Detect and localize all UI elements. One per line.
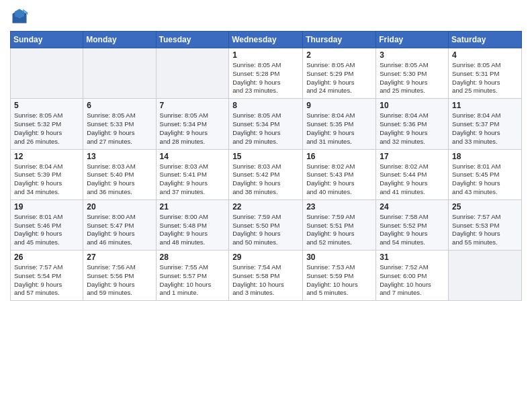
day-number: 13 [87,152,152,161]
day-info: Sunrise: 8:05 AM Sunset: 5:33 PM Dayligh… [87,111,152,146]
day-info: Sunrise: 7:55 AM Sunset: 5:57 PM Dayligh… [160,263,226,298]
day-info: Sunrise: 8:04 AM Sunset: 5:39 PM Dayligh… [14,163,79,197]
calendar-cell: 22Sunrise: 7:59 AM Sunset: 5:50 PM Dayli… [229,199,303,250]
day-number: 16 [306,152,372,161]
calendar-cell: 17Sunrise: 8:02 AM Sunset: 5:44 PM Dayli… [376,149,449,199]
calendar-cell: 8Sunrise: 8:05 AM Sunset: 5:34 PM Daylig… [229,99,303,149]
week-row-1: 1Sunrise: 8:05 AM Sunset: 5:28 PM Daylig… [11,48,522,99]
day-number: 31 [380,253,445,262]
calendar-cell: 26Sunrise: 7:57 AM Sunset: 5:54 PM Dayli… [11,250,83,301]
calendar-cell: 28Sunrise: 7:55 AM Sunset: 5:57 PM Dayli… [156,250,229,301]
week-row-3: 12Sunrise: 8:04 AM Sunset: 5:39 PM Dayli… [11,149,522,199]
calendar-cell: 31Sunrise: 7:52 AM Sunset: 6:00 PM Dayli… [376,250,449,301]
calendar-cell: 24Sunrise: 7:58 AM Sunset: 5:52 PM Dayli… [376,199,449,250]
day-info: Sunrise: 8:01 AM Sunset: 5:46 PM Dayligh… [14,213,79,247]
calendar-cell: 10Sunrise: 8:04 AM Sunset: 5:36 PM Dayli… [376,99,449,149]
logo-icon [10,7,29,26]
day-info: Sunrise: 8:00 AM Sunset: 5:48 PM Dayligh… [160,213,226,247]
day-number: 27 [87,253,152,262]
day-info: Sunrise: 8:05 AM Sunset: 5:32 PM Dayligh… [14,111,79,146]
calendar-cell: 11Sunrise: 8:04 AM Sunset: 5:37 PM Dayli… [449,99,522,149]
day-info: Sunrise: 7:58 AM Sunset: 5:52 PM Dayligh… [380,213,445,247]
calendar-cell [83,48,156,99]
day-number: 25 [452,202,518,212]
calendar-cell: 6Sunrise: 8:05 AM Sunset: 5:33 PM Daylig… [83,99,156,149]
calendar-cell: 7Sunrise: 8:05 AM Sunset: 5:34 PM Daylig… [156,99,229,149]
day-info: Sunrise: 8:02 AM Sunset: 5:44 PM Dayligh… [380,163,445,197]
calendar-cell: 16Sunrise: 8:02 AM Sunset: 5:43 PM Dayli… [303,149,376,199]
day-number: 4 [452,50,518,60]
day-info: Sunrise: 8:04 AM Sunset: 5:36 PM Dayligh… [380,111,445,146]
calendar-cell: 13Sunrise: 8:03 AM Sunset: 5:40 PM Dayli… [83,149,156,199]
day-info: Sunrise: 7:59 AM Sunset: 5:50 PM Dayligh… [232,213,299,247]
day-number: 5 [14,101,79,110]
day-info: Sunrise: 7:54 AM Sunset: 5:58 PM Dayligh… [232,263,299,298]
calendar-table: SundayMondayTuesdayWednesdayThursdayFrid… [10,31,522,301]
day-info: Sunrise: 7:53 AM Sunset: 5:59 PM Dayligh… [306,263,372,298]
weekday-header-saturday: Saturday [449,32,522,48]
day-number: 14 [160,152,226,161]
day-number: 29 [232,253,299,262]
day-number: 23 [306,202,372,212]
calendar-cell: 29Sunrise: 7:54 AM Sunset: 5:58 PM Dayli… [229,250,303,301]
day-info: Sunrise: 8:05 AM Sunset: 5:34 PM Dayligh… [160,111,226,146]
header [10,7,522,26]
calendar-cell: 2Sunrise: 8:05 AM Sunset: 5:29 PM Daylig… [303,48,376,99]
day-info: Sunrise: 8:01 AM Sunset: 5:45 PM Dayligh… [452,163,518,197]
week-row-5: 26Sunrise: 7:57 AM Sunset: 5:54 PM Dayli… [11,250,522,301]
weekday-header-sunday: Sunday [11,32,83,48]
day-info: Sunrise: 8:02 AM Sunset: 5:43 PM Dayligh… [306,163,372,197]
day-number: 17 [380,152,445,161]
day-number: 12 [14,152,79,161]
week-row-4: 19Sunrise: 8:01 AM Sunset: 5:46 PM Dayli… [11,199,522,250]
page: SundayMondayTuesdayWednesdayThursdayFrid… [0,0,532,411]
day-info: Sunrise: 8:04 AM Sunset: 5:35 PM Dayligh… [306,111,372,146]
day-number: 7 [160,101,226,110]
day-info: Sunrise: 7:57 AM Sunset: 5:53 PM Dayligh… [452,213,518,247]
day-number: 20 [87,202,152,212]
logo [10,7,32,26]
calendar-cell: 20Sunrise: 8:00 AM Sunset: 5:47 PM Dayli… [83,199,156,250]
day-info: Sunrise: 8:05 AM Sunset: 5:29 PM Dayligh… [306,61,372,95]
calendar-cell [449,250,522,301]
day-number: 9 [306,101,372,110]
calendar-cell: 19Sunrise: 8:01 AM Sunset: 5:46 PM Dayli… [11,199,83,250]
day-info: Sunrise: 7:52 AM Sunset: 6:00 PM Dayligh… [380,263,445,298]
day-info: Sunrise: 8:05 AM Sunset: 5:30 PM Dayligh… [380,61,445,95]
calendar-cell: 5Sunrise: 8:05 AM Sunset: 5:32 PM Daylig… [11,99,83,149]
calendar-cell: 27Sunrise: 7:56 AM Sunset: 5:56 PM Dayli… [83,250,156,301]
day-info: Sunrise: 8:04 AM Sunset: 5:37 PM Dayligh… [452,111,518,146]
day-number: 18 [452,152,518,161]
day-info: Sunrise: 8:03 AM Sunset: 5:40 PM Dayligh… [87,163,152,197]
day-info: Sunrise: 8:00 AM Sunset: 5:47 PM Dayligh… [87,213,152,247]
calendar-cell: 12Sunrise: 8:04 AM Sunset: 5:39 PM Dayli… [11,149,83,199]
week-row-2: 5Sunrise: 8:05 AM Sunset: 5:32 PM Daylig… [11,99,522,149]
calendar-cell: 21Sunrise: 8:00 AM Sunset: 5:48 PM Dayli… [156,199,229,250]
day-info: Sunrise: 8:03 AM Sunset: 5:42 PM Dayligh… [232,163,299,197]
day-number: 1 [232,50,299,60]
calendar-cell: 30Sunrise: 7:53 AM Sunset: 5:59 PM Dayli… [303,250,376,301]
calendar-cell: 1Sunrise: 8:05 AM Sunset: 5:28 PM Daylig… [229,48,303,99]
day-number: 21 [160,202,226,212]
calendar-cell: 4Sunrise: 8:05 AM Sunset: 5:31 PM Daylig… [449,48,522,99]
day-number: 26 [14,253,79,262]
weekday-header-monday: Monday [83,32,156,48]
day-info: Sunrise: 8:05 AM Sunset: 5:28 PM Dayligh… [232,61,299,95]
weekday-header-wednesday: Wednesday [229,32,303,48]
calendar-cell: 14Sunrise: 8:03 AM Sunset: 5:41 PM Dayli… [156,149,229,199]
calendar-cell [156,48,229,99]
calendar-cell: 9Sunrise: 8:04 AM Sunset: 5:35 PM Daylig… [303,99,376,149]
calendar-cell: 23Sunrise: 7:59 AM Sunset: 5:51 PM Dayli… [303,199,376,250]
day-info: Sunrise: 7:57 AM Sunset: 5:54 PM Dayligh… [14,263,79,298]
weekday-header-tuesday: Tuesday [156,32,229,48]
day-info: Sunrise: 7:59 AM Sunset: 5:51 PM Dayligh… [306,213,372,247]
day-info: Sunrise: 8:05 AM Sunset: 5:34 PM Dayligh… [232,111,299,146]
day-number: 15 [232,152,299,161]
day-number: 24 [380,202,445,212]
calendar-cell: 3Sunrise: 8:05 AM Sunset: 5:30 PM Daylig… [376,48,449,99]
day-number: 22 [232,202,299,212]
day-number: 19 [14,202,79,212]
day-info: Sunrise: 8:03 AM Sunset: 5:41 PM Dayligh… [160,163,226,197]
day-number: 11 [452,101,518,110]
weekday-header-row: SundayMondayTuesdayWednesdayThursdayFrid… [11,32,522,48]
